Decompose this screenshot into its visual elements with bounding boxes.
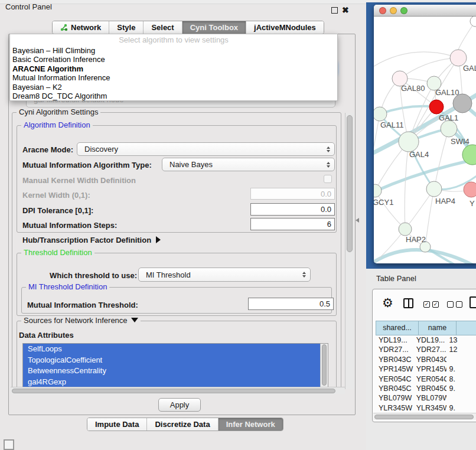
mi-steps-field[interactable]: 6	[250, 218, 335, 230]
data-attribute-item[interactable]: BetweennessCentrality	[23, 366, 320, 377]
attr-list-scroll-thumb[interactable]	[322, 344, 327, 386]
network-edge[interactable]	[425, 189, 434, 247]
tab-infer-network[interactable]: Infer Network	[218, 418, 283, 431]
node-label: GAL11	[380, 120, 404, 129]
tab-cyni-toolbox[interactable]: Cyni Toolbox	[182, 21, 246, 34]
node-label: GCY1	[374, 198, 393, 207]
settings-vertical-thumb[interactable]	[347, 115, 353, 252]
tab-infer-network-label: Infer Network	[226, 418, 275, 431]
select-all-checkboxes-icon[interactable]: ✓ ✓	[423, 301, 439, 308]
algorithm-option[interactable]: Basic Correlation Inference	[10, 55, 337, 64]
network-canvas[interactable]: GALGAL80GAL10GAL1GAL11SWI4GAL4GCY1HAP4YH…	[374, 17, 476, 263]
data-attribute-item[interactable]: SelfLoops	[23, 344, 320, 355]
sources-group-title[interactable]: Sources for Network Inference	[21, 317, 141, 325]
algorithm-option[interactable]: Dream8 DC_TDC Algorithm	[10, 92, 337, 100]
table-row[interactable]: YBL079WYBL079W	[376, 393, 476, 403]
network-edge[interactable]	[405, 142, 409, 229]
window-zoom-button[interactable]	[400, 7, 407, 14]
data-attributes-list[interactable]: SelfLoopsTopologicalCoefficientBetweenne…	[22, 343, 328, 387]
network-node-GAL1-red[interactable]	[429, 100, 444, 114]
deselect-all-checkboxes-icon[interactable]	[447, 301, 462, 308]
splitter-collapse-icon[interactable]	[356, 218, 359, 223]
float-panel-icon[interactable]	[331, 7, 338, 14]
table-row[interactable]: YDL19...YDL19...13	[376, 335, 476, 345]
table-row[interactable]: YBR045CYBR045C9.	[376, 384, 476, 393]
table-settings-gear-icon[interactable]: ⚙	[382, 296, 393, 309]
column-header[interactable]: shared...	[376, 321, 419, 335]
table-row[interactable]: YPR145WYPR145W9.	[376, 364, 476, 374]
network-view-window: GALGAL80GAL10GAL1GAL11SWI4GAL4GCY1HAP4YH…	[374, 5, 476, 263]
table-row[interactable]: YDR27...YDR27...12	[376, 345, 476, 354]
network-edge[interactable]	[374, 52, 458, 71]
algorithm-option[interactable]: Mutual Information Inference	[10, 73, 337, 82]
column-layout-icon[interactable]	[403, 298, 413, 308]
table-horizontal-thumb[interactable]	[374, 415, 474, 419]
settings-vertical-scrollbar[interactable]	[345, 113, 354, 389]
document-icon[interactable]	[470, 296, 476, 308]
column-header[interactable]: name	[419, 321, 457, 335]
window-close-button[interactable]	[379, 7, 386, 14]
network-node-HAP2[interactable]	[399, 223, 412, 236]
algorithm-option[interactable]: ARACNE Algorithm	[10, 64, 337, 73]
network-node-outline-top[interactable]	[470, 17, 476, 27]
network-edge[interactable]	[374, 158, 476, 197]
tab-network[interactable]: Network	[53, 21, 109, 34]
tab-select[interactable]: Select	[143, 21, 181, 34]
table-row[interactable]: YLR345WYLR345W9.	[376, 403, 476, 413]
node-label: HAP2	[406, 235, 426, 244]
dpi-tolerance-field[interactable]: 0.0	[250, 203, 335, 216]
network-edge[interactable]	[400, 58, 458, 79]
window-minimize-button[interactable]	[390, 7, 397, 14]
network-node-GAL11[interactable]	[374, 107, 387, 121]
table-cell: YBR045C	[413, 384, 446, 393]
tab-impute-data[interactable]: Impute Data	[87, 418, 146, 431]
aracne-mode-label: Aracne Mode:	[22, 145, 73, 154]
table-cell: YBR045C	[376, 384, 413, 393]
tab-discretize-data[interactable]: Discretize Data	[146, 418, 217, 431]
tab-network-label: Network	[71, 21, 101, 34]
combo-arrows-icon	[302, 272, 306, 278]
table-cell	[446, 355, 476, 364]
bottom-tabbar: Impute Data Discretize Data Infer Networ…	[87, 418, 283, 431]
mi-type-combo[interactable]: Naive Bayes	[162, 158, 335, 171]
collapsed-panel-icon[interactable]	[4, 439, 14, 450]
tab-jactivemnodules[interactable]: jActiveMNodules	[246, 21, 324, 34]
aracne-mode-combo[interactable]: Discovery	[77, 142, 335, 156]
settings-horizontal-thumb[interactable]	[12, 389, 335, 393]
settings-horizontal-scrollbar[interactable]	[11, 387, 345, 394]
data-attribute-item[interactable]: TopologicalCoefficient	[23, 355, 320, 366]
network-node-salmon[interactable]	[464, 182, 476, 197]
column-header[interactable]	[457, 321, 476, 335]
network-edge[interactable]	[434, 129, 449, 189]
algorithm-option[interactable]: Bayesian – K2	[10, 83, 337, 92]
table-cell: 12	[446, 345, 476, 354]
close-panel-icon[interactable]: ✖	[342, 5, 349, 15]
node-label: Y	[470, 199, 475, 208]
table-cell: YDR27...	[413, 345, 446, 354]
collapse-down-icon	[131, 318, 138, 322]
network-node-GCY1[interactable]	[374, 184, 382, 197]
which-threshold-combo[interactable]: MI Threshold	[138, 268, 311, 282]
table-cell: YBL079W	[376, 393, 413, 403]
algorithm-option[interactable]: Bayesian – Hill Climbing	[10, 46, 337, 55]
attr-list-scrollbar[interactable]	[320, 344, 328, 387]
kernel-width-field[interactable]: 0.0	[250, 188, 335, 200]
tab-jactivemnodules-label: jActiveMNodules	[254, 21, 316, 34]
mi-type-value: Naive Bayes	[169, 160, 213, 169]
apply-button[interactable]: Apply	[158, 398, 201, 412]
manual-kernel-checkbox[interactable]	[324, 175, 332, 183]
table-horizontal-scrollbar[interactable]	[373, 413, 476, 420]
network-node-green-mid[interactable]	[441, 120, 457, 137]
table-row[interactable]: YBR043CYBR043C	[376, 355, 476, 364]
which-threshold-label: Which threshold to use:	[50, 271, 137, 280]
network-window-titlebar[interactable]	[374, 5, 476, 17]
hub-definition-expander[interactable]: Hub/Transcription Factor Definition	[22, 236, 161, 244]
kernel-width-label: Kernel Width (0,1):	[22, 191, 90, 200]
table-row[interactable]: YER054CYER054C8.	[376, 374, 476, 384]
data-attribute-item[interactable]: gal4RGexp	[23, 377, 320, 388]
tab-style[interactable]: Style	[109, 21, 143, 34]
mi-threshold-field[interactable]: 0.5	[248, 298, 334, 310]
network-edge[interactable]	[375, 191, 405, 229]
network-node-HAP4[interactable]	[426, 181, 442, 197]
network-node-GAL4[interactable]	[399, 132, 419, 152]
